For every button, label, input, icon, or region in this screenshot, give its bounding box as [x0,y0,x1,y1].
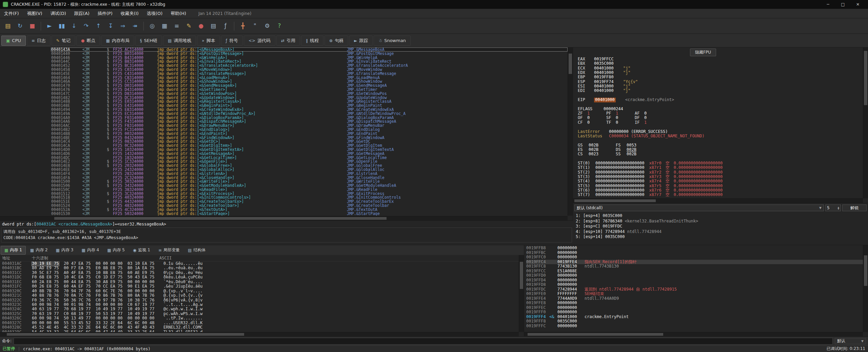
menu-item-file[interactable]: 文件(F) [0,9,23,18]
stack-row[interactable]: 0019FFF0 00000000 [526,310,863,315]
disasm-row[interactable]: 004014D0<JM$FF25 10324000jmp dword ptr d… [0,148,568,152]
view-tab-script[interactable]: »脚本 [197,36,220,46]
goto-button[interactable]: ◎ [146,20,158,32]
stack-row[interactable]: 0019FFB8 00000000 [526,246,863,251]
breakpoints-button[interactable]: ● [195,20,207,32]
dump-vertical-scrollbar[interactable] [519,255,524,332]
disasm-row[interactable]: 00401494<JM$FF25 E8314000jmp dword ptr d… [0,107,568,112]
flags-row[interactable]: OF0SF0DF0 [578,116,862,120]
dump-row[interactable]: 0040322CF0 36 7C 7650 36 7C 76C0 97 7B 7… [2,298,519,302]
run-button[interactable]: ► [44,20,55,32]
view-tab-seh[interactable]: §SEH链 [135,36,162,46]
disassembly-horizontal-scrollbar[interactable] [0,216,568,220]
comment-button[interactable]: " [249,20,261,32]
dump-row[interactable]: 0040321C40 88 7B 7670 0A 7C 76F0 86 7B 7… [2,293,519,298]
call-stack-button[interactable]: ▤ [208,20,219,32]
dump-row[interactable]: 004031BC80 AD E9 7500 F7 EA 75E0 8B E8 7… [2,266,519,270]
view-tab-cpu[interactable]: ▣CPU [1,36,26,46]
disasm-row[interactable]: 004014B2<JM$FF25 FC314000jmp dword ptr d… [0,128,568,132]
disasm-row[interactable]: 004014B8<JM$FF25 00324000jmp dword ptr d… [0,132,568,136]
dump-row[interactable]: 004031FC00 26 E8 7560 4A EF 7570 CC EA 7… [2,284,519,289]
minimize-button[interactable]: ─ [821,0,835,9]
segments-row[interactable]: GS002BFS0053 [578,143,862,148]
st-register-row[interactable]: ST(5)00000000000000000000x87r5空0.0000000… [578,184,862,188]
help-button[interactable]: ? [274,20,285,32]
dump-tab-locals[interactable]: ≡局部变量 [155,246,183,255]
flags-row[interactable]: ZF1PF1AF0 [578,111,862,116]
st-register-row[interactable]: ST(0)00000000000000000000x87r0空0.0000000… [578,161,862,165]
scrollbar-thumb[interactable] [864,255,867,286]
trace-over-button[interactable]: ↠ [129,20,141,32]
stack-row[interactable]: 0019FFBC 00000000 [526,251,863,255]
maximize-button[interactable]: □ [835,0,850,9]
step-over-button[interactable]: ↷ [80,20,92,32]
calling-convention-select[interactable]: 默认 (stdcall) ▼ [574,204,824,211]
st-register-row[interactable]: ST(7)00000000000000000000x87r7空0.0000000… [578,193,862,197]
segments-row[interactable]: ES002BDS002B [578,148,862,152]
stack-row[interactable]: 0019FFC4 0019FFE4指向SEH_Record[1]的指针 [526,260,863,265]
stop-button[interactable]: ■ [26,20,38,32]
register-row-ebp[interactable]: EBP0019FF80 [578,75,862,79]
stack-row[interactable]: 0019FFC8 7743B130ntdll.7743B130 [526,264,863,269]
stepper-arrows-icon[interactable]: ▲▼ [837,206,839,210]
argument-row[interactable]: 3: [esp+C] 0019FFDC [576,224,865,229]
stack-row[interactable]: 0019FFEC 00000000 [526,306,863,310]
scrollbar-thumb[interactable] [520,262,523,289]
settings-button[interactable]: ⚙ [261,20,273,32]
stack-row[interactable]: 0019FFC0 00000000 [526,255,863,260]
dump-row[interactable]: 0040323C60 00 98 7400 01 98 7400 00 00 0… [2,302,519,307]
stack-row[interactable]: 0019FFD8 00000000 [526,282,863,287]
dump-row[interactable]: 004031CC30 5C E7 75A0 4F EA 7510 8B E8 7… [2,271,519,275]
dump-tab-memory-5[interactable]: ▦内存 5 [103,246,129,255]
st-register-row[interactable]: ST(6)00000000000000000000x87r6空0.0000000… [578,188,862,193]
view-tab-breakpoints[interactable]: ●断点 [76,36,100,46]
disasm-row[interactable]: 0040149A<JM$FF25 EC314000jmp dword ptr d… [0,112,568,116]
memory-map-button[interactable]: ▦ [159,20,170,32]
dump-row[interactable]: 004031EC60 2A E8 7500 44 EA 7530 A8 E9 7… [2,280,519,284]
scrollbar-thumb[interactable] [54,217,387,220]
menu-item-help[interactable]: 帮助(H) [166,9,190,18]
stack-row[interactable]: 0019FFDC 77428944返回到 ntdll.77428944 自 nt… [526,287,863,292]
register-row-ecx[interactable]: ECX00401000"j" [578,66,862,71]
view-tab-references[interactable]: ⇄引用 [276,36,300,46]
open-file-button[interactable]: ▤ [2,20,14,32]
dump-tab-watch-1[interactable]: ◉监视 1 [129,246,154,255]
restart-button[interactable]: ↻ [14,20,26,32]
dump-row[interactable]: 0040325C70 63 19 77C0 68 19 7750 53 19 7… [2,312,519,316]
menu-item-plugins[interactable]: 插件(P) [94,9,117,18]
dump-tab-memory-3[interactable]: ▦内存 3 [52,246,77,255]
scrollbar-thumb[interactable] [864,51,867,105]
st-register-row[interactable]: ST(1)00000000000000000000x87r1空0.0000000… [578,165,862,170]
disassembly-vertical-scrollbar[interactable] [568,47,573,216]
view-tab-source[interactable]: <>源代码 [244,36,275,46]
stack-row[interactable]: 0019FFD4 00000000 [526,278,863,283]
view-tab-handles[interactable]: ⊕句柄 [324,36,348,46]
menu-item-options[interactable]: 选项(O) [143,9,166,18]
log-button[interactable]: ≡ [171,20,182,32]
stack-row[interactable]: 0019FFF8 0035C000 [526,319,863,324]
disasm-row[interactable]: 0040152A<JM$FF25 4C324000jmp dword ptr d… [0,208,568,212]
dump-tab-memory-2[interactable]: ▦内存 2 [26,246,52,255]
stack-row[interactable]: 0019FFFC 00000000 [526,324,863,329]
unlock-button[interactable]: 解锁 [842,204,867,211]
view-tab-call-stack[interactable]: ▤调用堆栈 [163,36,196,46]
registers-horizontal-scrollbar[interactable] [573,198,863,203]
view-tab-trace[interactable]: ►跟踪 [349,36,373,46]
view-tab-threads[interactable]: ∥线程 [301,36,323,46]
disasm-row[interactable]: 00401458<JM$FF25 C0314000jmp dword ptr d… [0,67,568,72]
pause-button[interactable]: ▮▮ [56,20,67,32]
step-out-button[interactable]: ↑ [93,20,104,32]
scrollbar-thumb[interactable] [574,199,656,202]
disasm-row[interactable]: 004014D6<JM FF25 14324000jmp dword ptr d… [0,152,568,156]
segments-row[interactable]: CS0023SS002B [578,152,862,156]
register-row-edx[interactable]: EDX00401000"j" [578,71,862,75]
dump-row[interactable]: 0040327C00 00 00 0055 53 45 5233 32 2E 6… [2,321,519,325]
st-register-row[interactable]: ST(2)00000000000000000000x87r2空0.0000000… [578,170,862,175]
disasm-row[interactable]: 00401476<JM$FF25 D4314000jmp dword ptr d… [0,87,568,92]
register-row-esi[interactable]: ESI00401000"j" [578,84,862,89]
argument-row[interactable]: 1: [esp+4] 0035C000 [576,213,865,219]
register-row-eip[interactable]: EIP00401000<crackme.EntryPoint> [578,98,862,102]
dump-row[interactable]: 0040326C60 00 98 7450 13 49 7700 00 00 0… [2,316,519,320]
menu-item-view[interactable]: 视图(V) [23,9,46,18]
stack-row[interactable]: 0019FFE4 7744A0D9ntdll.7744A0D9 [526,296,863,301]
